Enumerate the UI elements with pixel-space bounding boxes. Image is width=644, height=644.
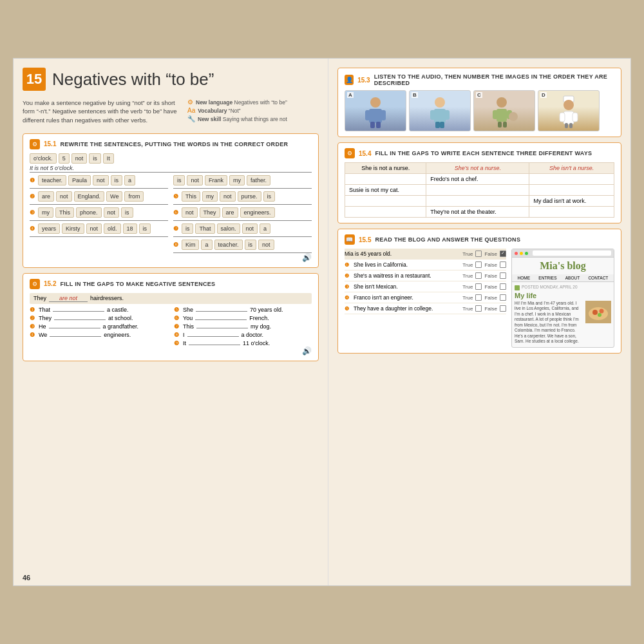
blank-7[interactable] <box>196 328 248 328</box>
blank-9[interactable] <box>189 345 240 345</box>
fill-row-4: ❹ We engineers. <box>30 332 167 338</box>
blog-nav-contact[interactable]: CONTACT <box>588 276 608 280</box>
blog-nav-about[interactable]: ABOUT <box>565 276 580 280</box>
tf-false-label-2: False <box>484 273 497 279</box>
cell-3-2[interactable] <box>426 196 529 207</box>
image-B-label: B <box>412 92 418 98</box>
svg-rect-24 <box>565 123 568 128</box>
exercise-15-3-header: 👤 15.3 LISTEN TO THE AUDIO, THEN NUMBER … <box>345 73 614 86</box>
cell-2-3[interactable] <box>529 185 614 196</box>
cell-3-1[interactable] <box>345 196 426 207</box>
tf-false-check-1[interactable] <box>500 261 506 268</box>
answer-r7[interactable] <box>173 236 312 237</box>
answer-1[interactable] <box>30 187 168 189</box>
questions-column: Mia is 45 years old. True False ❶ She li… <box>345 249 506 348</box>
blank-1[interactable] <box>53 311 104 312</box>
col-header-1: She is not a nurse. <box>345 163 426 174</box>
fill-num-7: ❼ <box>174 323 180 330</box>
tf-row-example: Mia is 45 years old. True False <box>345 249 506 260</box>
tf-false-check-5[interactable] <box>500 305 506 312</box>
blank-6[interactable] <box>195 319 247 320</box>
lesson-meta: ⚙ New language Negatives with “to be” Aa… <box>187 99 287 122</box>
subject-7: This <box>183 323 194 330</box>
svg-rect-9 <box>444 110 450 120</box>
tf-true-check-1[interactable] <box>475 261 482 268</box>
exercise-15-1-num: 15.1 <box>44 140 56 147</box>
tf-true-check-3[interactable] <box>475 283 482 290</box>
tf-statement-3: She isn't Mexican. <box>354 283 460 290</box>
tf-false-check-3[interactable] <box>500 283 506 290</box>
left-panel: 15 Negatives with “to be” You make a sen… <box>14 59 328 585</box>
lesson-description: You make a sentence negative by using “n… <box>23 99 177 124</box>
tf-false-label-4: False <box>484 295 497 301</box>
cell-1-3[interactable] <box>529 174 614 185</box>
svg-rect-7 <box>434 109 446 123</box>
tile: 18 <box>123 223 137 234</box>
exercise-15-1-grid: ❶ teacher. Paula not is a ❷ are <box>30 175 312 253</box>
rest-1: a castle. <box>107 307 129 313</box>
answer-3[interactable] <box>30 220 168 221</box>
rest-4: engineers. <box>104 332 131 338</box>
cell-4-1[interactable] <box>345 207 426 218</box>
cell-2-1: Susie is not my cat. <box>345 185 426 196</box>
answer-2[interactable] <box>30 204 168 205</box>
tf-true-check-2[interactable] <box>475 272 482 279</box>
exercise-15-2-icon: ⚙ <box>30 279 40 289</box>
tf-false-check-2[interactable] <box>500 272 506 279</box>
blank-8[interactable] <box>187 336 239 337</box>
rest-6: French. <box>249 315 269 321</box>
cell-1-1[interactable] <box>345 174 426 185</box>
tile: from <box>124 191 144 202</box>
new-language-icon: ⚙ <box>187 99 193 106</box>
fill-num-5: ❺ <box>174 307 180 313</box>
table-row-1: Fredo's not a chef. <box>345 174 614 185</box>
fill-row-5: ❺ She 70 years old. <box>174 307 312 313</box>
answer-4[interactable] <box>30 236 168 237</box>
answer-r6[interactable] <box>173 220 312 221</box>
audio-icon-15-2[interactable]: 🔊 <box>30 346 312 355</box>
cell-4-3[interactable] <box>529 207 614 218</box>
blog-nav-entries[interactable]: ENTRIES <box>538 276 556 280</box>
tf-false-check-4[interactable] <box>500 294 506 301</box>
subject-1: That <box>39 307 50 313</box>
blank-5[interactable] <box>196 311 247 312</box>
tf-true-check-4[interactable] <box>475 294 482 301</box>
tile: This <box>55 207 74 218</box>
tf-true-check-5[interactable] <box>475 305 482 312</box>
svg-point-16 <box>509 112 518 121</box>
svg-rect-23 <box>573 113 578 122</box>
ex-1-r7: ❼ is That salon. not a <box>173 223 312 237</box>
ex-1-r5: ❺ This my not purse. is <box>173 191 312 205</box>
tf-true-check-example[interactable] <box>475 251 482 257</box>
col-header-2: She's not a nurse. <box>426 163 529 174</box>
svg-point-20 <box>564 100 574 110</box>
answer-r8[interactable] <box>173 252 312 253</box>
answer-r5[interactable] <box>173 204 312 205</box>
exercise-15-1-header: ⚙ 15.1 REWRITE THE SENTENCES, PUTTING TH… <box>30 139 312 149</box>
tf-false-label-1: False <box>484 262 497 268</box>
ex-1-4: ❹ years Kirsty not old. 18 is <box>30 223 168 237</box>
tile: is <box>182 223 194 234</box>
subject-3: He <box>39 323 46 330</box>
exercise-15-4-num: 15.4 <box>359 150 371 157</box>
tile: not <box>258 240 274 250</box>
tile: not <box>187 175 203 185</box>
tile: are <box>222 207 238 218</box>
blank-4[interactable] <box>50 336 101 337</box>
audio-icon-15-1[interactable]: 🔊 <box>30 253 312 262</box>
exercise-15-2-grid: ❶ That a castle. ❷ They at school. ❸ He <box>30 307 312 346</box>
cell-2-2[interactable] <box>426 185 529 196</box>
blog-nav-home[interactable]: HOME <box>518 276 531 280</box>
blank-3[interactable] <box>49 328 100 328</box>
tf-false-check-example[interactable] <box>500 251 506 257</box>
svg-rect-17 <box>498 122 502 128</box>
blank-2[interactable] <box>54 319 106 320</box>
tile: is <box>121 207 133 218</box>
tile: teacher. <box>38 175 66 185</box>
image-D-label: D <box>540 92 547 98</box>
tf-true-label-example: True <box>462 251 473 257</box>
new-language-label: New language Negatives with “to be” <box>196 99 287 106</box>
answer-r0[interactable] <box>173 187 312 189</box>
svg-point-0 <box>370 97 381 108</box>
tile: not <box>56 191 72 202</box>
